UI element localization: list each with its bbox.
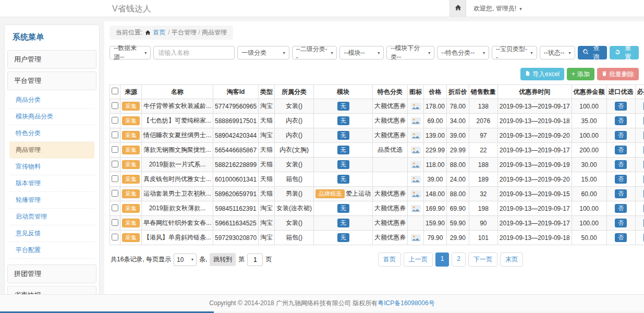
import-pick-toggle[interactable]: 否 <box>615 233 627 242</box>
cell-taoke-id: 597293020870 <box>213 231 259 245</box>
sidebar-subitem[interactable]: 商品分类 <box>9 92 94 109</box>
cell-coupon-time: 2019-09-13—2019-09-18 <box>497 231 572 245</box>
pager-button[interactable]: 上一页 <box>404 252 433 267</box>
source-badge: 采集 <box>122 175 140 184</box>
module-select[interactable]: --模块--▾ <box>339 46 384 59</box>
breadcrumb-item[interactable]: 平台管理 <box>172 29 197 36</box>
cell-discount: 78.00 <box>446 99 469 114</box>
sidebar-item-1[interactable]: 平台管理 <box>7 71 96 90</box>
home-icon <box>145 30 151 35</box>
pager-button[interactable]: 2 <box>452 252 466 267</box>
cell-source: 采集 <box>120 216 142 231</box>
add-button[interactable]: + 添加 <box>567 68 594 80</box>
feature-category-select[interactable]: --特色分类--▾ <box>437 46 489 59</box>
status-select[interactable]: --状态--▾ <box>540 46 575 59</box>
col-icon: 图标 <box>408 85 424 99</box>
row-checkbox[interactable] <box>112 117 118 124</box>
table-row: 采集真皮钱包时尚优雅女士...601000601341天猫箱包()无39.002… <box>110 172 644 187</box>
breadcrumb-item[interactable]: 商品管理 <box>202 29 227 36</box>
pager-button[interactable]: 1 <box>435 252 449 267</box>
import-pick-toggle[interactable]: 否 <box>615 189 627 198</box>
import-pick-toggle[interactable]: 否 <box>615 116 627 125</box>
name-search-input[interactable] <box>153 46 235 59</box>
cell-coupon-amount: 100.00 <box>572 128 606 143</box>
import-pick-toggle[interactable]: 否 <box>615 175 627 184</box>
source-badge: 采集 <box>122 102 140 111</box>
import-pick-toggle[interactable]: 否 <box>615 219 627 227</box>
row-checkbox[interactable] <box>112 175 118 182</box>
icp-link[interactable]: 粤ICP备16098006号 <box>378 299 434 308</box>
import-pick-toggle[interactable]: 否 <box>615 131 627 140</box>
pager-button[interactable]: 下一页 <box>468 252 497 267</box>
sidebar-subitem[interactable]: 意见反馈 <box>9 225 94 242</box>
cell-coupon-amount: 50.00 <box>572 231 606 245</box>
source-badge: 采集 <box>122 131 140 140</box>
import-pick-toggle[interactable]: 否 <box>615 146 627 154</box>
per-page-select[interactable]: 10 ▾ <box>174 254 197 266</box>
import-pick-toggle[interactable]: 否 <box>615 102 627 111</box>
sidebar-item-2[interactable]: 拼团管理 <box>7 264 96 283</box>
row-checkbox[interactable] <box>112 146 118 153</box>
cell-coupon-amount: 15.00 <box>572 172 606 187</box>
sidebar-subitem[interactable]: 宣传物料 <box>9 159 94 175</box>
cell-must-buy: 否 <box>635 216 644 231</box>
breadcrumb-home-link[interactable]: 首页 <box>145 28 165 37</box>
user-menu[interactable]: 欢迎您, 管理员! ▾ <box>466 4 529 13</box>
cell-import-pick: 否 <box>606 201 635 216</box>
home-button[interactable] <box>449 0 466 17</box>
chevron-down-icon: ▾ <box>428 51 430 55</box>
cell-type: 天猫 <box>259 114 275 128</box>
row-checkbox[interactable] <box>112 102 118 109</box>
select-value: --宝贝类型-- <box>496 45 528 61</box>
query-button[interactable]: 查询 <box>578 46 607 59</box>
import-excel-button[interactable]: 导入excel <box>520 68 564 80</box>
row-checkbox[interactable] <box>112 161 118 167</box>
cell-discount: 29.99 <box>446 143 469 158</box>
sidebar-subitem[interactable]: 特色分类 <box>9 125 94 142</box>
level1-category-select[interactable]: 一级分类▾ <box>237 46 289 59</box>
reset-button[interactable]: 重置 <box>610 46 639 59</box>
select-all-checkbox[interactable] <box>112 88 118 94</box>
sidebar-subitem[interactable]: 商品管理 <box>9 142 94 159</box>
table-row: 采集【七色纺】可爱纯棉家...588869917501天猫内衣()无大额优惠券6… <box>110 114 644 128</box>
row-checkbox[interactable] <box>112 219 118 226</box>
cell-import-pick: 否 <box>606 216 635 231</box>
refresh-icon <box>615 49 621 56</box>
cell-discount: 29.90 <box>446 231 469 245</box>
item-type-select[interactable]: --宝贝类型--▾ <box>492 46 537 59</box>
sidebar-subitem[interactable]: 版本管理 <box>9 175 94 192</box>
cell-feature: 大额优惠券 <box>373 231 408 245</box>
cell-category: 箱包() <box>275 231 314 245</box>
pager-button[interactable]: 首页 <box>378 252 401 267</box>
page-number-input[interactable] <box>247 254 263 266</box>
welcome-text: 欢迎您, 管理员! <box>473 5 516 12</box>
sidebar-subitem[interactable]: 启动页管理 <box>9 209 94 225</box>
cell-coupon-amount: 100.00 <box>572 99 606 114</box>
col-discount: 折后价 <box>446 85 469 99</box>
cell-icon <box>408 143 424 158</box>
level2-category-select[interactable]: --二级分类--▾ <box>292 46 337 59</box>
row-checkbox[interactable] <box>112 190 118 197</box>
pager-button[interactable]: 末页 <box>500 252 523 267</box>
import-pick-toggle[interactable]: 否 <box>615 204 627 213</box>
table-row: 采集早春网红针织外套女春...596611634525淘宝女装()无大额优惠券1… <box>110 216 644 231</box>
sidebar-subitem[interactable]: 模块商品分类 <box>9 109 94 125</box>
row-checkbox[interactable] <box>112 234 118 240</box>
jump-to-button[interactable]: 跳转到 <box>210 253 236 266</box>
batch-delete-button[interactable]: 批量删除 <box>597 68 639 80</box>
cell-category: 女装(连衣裙) <box>275 201 314 216</box>
cell-category: 女装() <box>275 158 314 172</box>
module-subcategory-select[interactable]: --模块下分类--▾ <box>386 46 434 59</box>
sidebar-subitem[interactable]: 平台配置 <box>9 242 94 259</box>
source-badge: 采集 <box>122 219 140 227</box>
import-pick-toggle[interactable]: 否 <box>615 160 627 169</box>
sidebar-item-0[interactable]: 用户管理 <box>7 50 96 69</box>
sidebar-subitem[interactable]: 轮播管理 <box>9 192 94 209</box>
import-excel-label: 导入excel <box>532 70 560 79</box>
cell-must-buy: 否 <box>635 158 644 172</box>
row-checkbox[interactable] <box>112 131 118 138</box>
cell-module: 无 <box>314 143 373 158</box>
module-badge: 无 <box>337 102 349 111</box>
data-source-select[interactable]: --数据来源--▾ <box>110 46 151 59</box>
row-checkbox[interactable] <box>112 204 118 211</box>
